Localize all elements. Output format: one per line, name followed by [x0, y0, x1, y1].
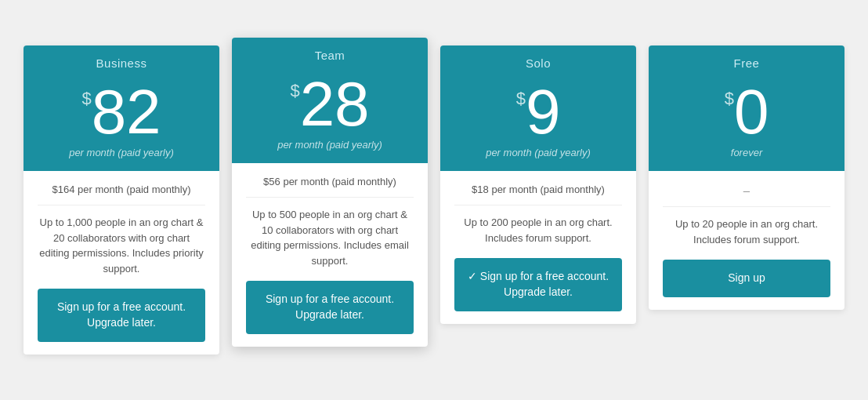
plan-button-team[interactable]: Sign up for a free account.Upgrade later… [246, 281, 414, 333]
plan-body-free: – Up to 20 people in an org chart. Inclu… [649, 171, 844, 310]
pricing-container: Business $ 82 per month (paid yearly) $1… [0, 30, 868, 369]
plan-button-free[interactable]: Sign up [663, 260, 830, 297]
plan-monthly-free: – [663, 184, 830, 207]
plan-card-solo: Solo $ 9 per month (paid yearly) $18 per… [440, 45, 636, 323]
plan-description-business: Up to 1,000 people in an org chart & 20 … [38, 215, 205, 276]
plan-description-solo: Up to 200 people in an org chart. Includ… [454, 215, 622, 245]
plan-card-business: Business $ 82 per month (paid yearly) $1… [24, 45, 219, 354]
plan-price-row-business: $ 82 [31, 75, 212, 144]
plan-period-business: per month (paid yearly) [31, 144, 212, 171]
plan-name-solo: Solo [448, 56, 628, 70]
plan-button-solo[interactable]: Sign up for a free account.Upgrade later… [454, 258, 622, 311]
plan-card-team: Team $ 28 per month (paid yearly) $56 pe… [232, 38, 428, 346]
plan-monthly-solo: $18 per month (paid monthly) [454, 184, 622, 205]
plan-amount-business: 82 [92, 81, 161, 144]
plan-price-row-solo: $ 9 [448, 75, 628, 144]
plan-currency-free: $ [725, 89, 734, 109]
plan-amount-solo: 9 [526, 81, 561, 144]
plan-header-business: Business $ 82 per month (paid yearly) [24, 45, 219, 171]
plan-header-solo: Solo $ 9 per month (paid yearly) [440, 45, 636, 171]
plan-name-free: Free [656, 56, 837, 70]
plan-amount-team: 28 [300, 73, 370, 136]
plan-header-team: Team $ 28 per month (paid yearly) [232, 38, 428, 163]
plan-monthly-team: $56 per month (paid monthly) [246, 176, 414, 198]
plan-body-team: $56 per month (paid monthly) Up to 500 p… [232, 163, 428, 346]
plan-body-solo: $18 per month (paid monthly) Up to 200 p… [440, 171, 636, 323]
plan-period-team: per month (paid yearly) [240, 136, 420, 163]
plan-description-free: Up to 20 people in an org chart. Include… [663, 216, 830, 247]
plan-price-row-free: $ 0 [656, 75, 837, 144]
plan-period-free: forever [656, 144, 837, 171]
plan-currency-business: $ [81, 89, 91, 109]
plan-currency-team: $ [290, 81, 299, 101]
plan-monthly-business: $164 per month (paid monthly) [38, 184, 205, 205]
plan-card-free: Free $ 0 forever – Up to 20 people in an… [649, 45, 844, 310]
plan-period-solo: per month (paid yearly) [448, 144, 628, 171]
plan-currency-solo: $ [516, 89, 526, 109]
plan-body-business: $164 per month (paid monthly) Up to 1,00… [24, 171, 219, 354]
plan-description-team: Up to 500 people in an org chart & 10 co… [246, 207, 414, 268]
plan-name-team: Team [240, 49, 420, 62]
plan-amount-free: 0 [734, 81, 769, 144]
plan-price-row-team: $ 28 [240, 67, 420, 136]
plan-button-business[interactable]: Sign up for a free account.Upgrade later… [38, 289, 205, 341]
plan-name-business: Business [31, 56, 212, 70]
plan-header-free: Free $ 0 forever [649, 45, 844, 171]
